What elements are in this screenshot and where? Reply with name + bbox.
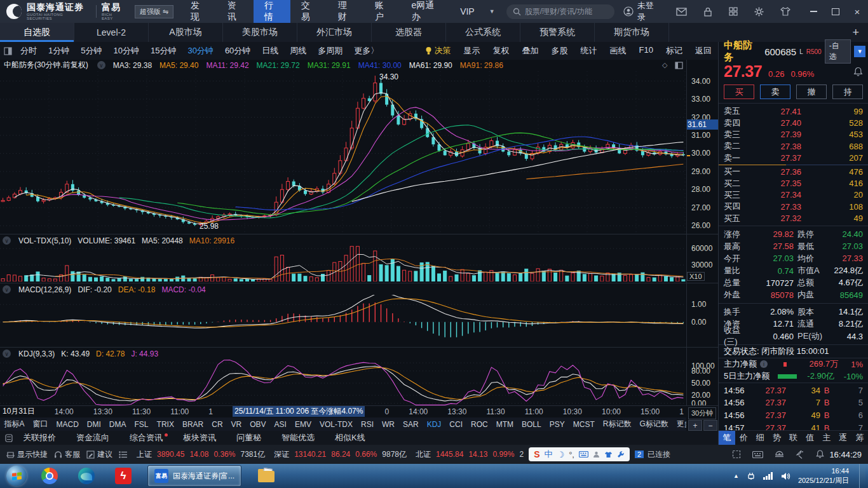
period-30分钟[interactable]: 30分钟 (182, 45, 219, 57)
period-5分钟[interactable]: 5分钟 (75, 45, 107, 57)
quick-display-button[interactable]: 显示快捷 (6, 449, 48, 460)
order-button-卖[interactable]: 卖 (760, 85, 790, 99)
indicator-RSI[interactable]: RSI (356, 420, 377, 429)
ask-row[interactable]: 卖五27.4199 (719, 105, 868, 117)
notify-bell-icon[interactable] (816, 450, 824, 459)
taskbar-stock-app[interactable]: ϟ (109, 465, 137, 487)
bottom-tab-资金流向[interactable]: 资金流向 (66, 432, 119, 444)
order-button-买[interactable]: 买 (724, 85, 754, 99)
indicator-更多〉[interactable]: 更多〉 (672, 419, 686, 430)
panel-tab-逐[interactable]: 逐 (835, 431, 851, 445)
camera-dome-icon[interactable] (775, 451, 784, 458)
action-F10[interactable]: F10 (633, 45, 660, 57)
indicator-MTM[interactable]: MTM (492, 420, 517, 429)
tray-plug-icon[interactable] (747, 471, 756, 480)
version-badge[interactable]: 超强版 ⇋ (135, 5, 173, 18)
bottom-tab-综合资讯[interactable]: 综合资讯 (119, 432, 173, 444)
indicator-KDJ[interactable]: KDJ (423, 420, 445, 429)
ask-row[interactable]: 卖一27.37207 (719, 152, 868, 164)
tray-volume-icon[interactable] (781, 472, 790, 480)
expand-icon[interactable] (732, 450, 741, 459)
mail-icon[interactable] (676, 8, 687, 16)
panel-tab-值[interactable]: 值 (802, 431, 818, 445)
market-tab-外汇市场[interactable]: 外汇市场 (297, 23, 372, 42)
keyboard-icon[interactable] (752, 451, 763, 458)
menu-item-发现[interactable]: 发现 (180, 0, 217, 23)
ask-row[interactable]: 卖四27.40528 (719, 117, 868, 128)
indicator-CR[interactable]: CR (208, 420, 227, 429)
indicator-TRIX[interactable]: TRIX (153, 420, 178, 429)
add-tab-button[interactable]: + (852, 26, 859, 39)
menu-item-账户[interactable]: 账户 (364, 0, 401, 23)
start-button[interactable] (6, 466, 27, 486)
panel-tab-主[interactable]: 主 (818, 431, 835, 445)
taskbar-chrome[interactable] (36, 465, 64, 487)
bid-row[interactable]: 买三27.3420 (719, 189, 868, 201)
period-周线[interactable]: 周线 (284, 45, 312, 57)
bid-row[interactable]: 买四27.33108 (719, 201, 868, 212)
market-tab-选股器[interactable]: 选股器 (372, 23, 446, 42)
period-分时[interactable]: 分时 (15, 45, 43, 57)
candlestick-chart[interactable]: 34.3025.98 (0, 71, 686, 234)
show-desktop-button[interactable] (859, 464, 865, 488)
indicator-SAR[interactable]: SAR (398, 420, 423, 429)
action-多股[interactable]: 多股 (545, 45, 574, 57)
indicator-窗口[interactable]: 窗口 (29, 419, 52, 430)
bottom-tab-智能优选[interactable]: 智能优选 (271, 432, 325, 444)
market-tab-预警系统[interactable]: 预警系统 (520, 23, 595, 42)
taskbar-folder[interactable] (258, 469, 276, 483)
menu-item-资讯[interactable]: 资讯 (217, 0, 254, 23)
search-input[interactable]: 股票/理财/资讯/功能 (506, 4, 614, 19)
list-icon[interactable] (119, 451, 128, 458)
order-button-持[interactable]: 持 (832, 85, 863, 99)
period-日线[interactable]: 日线 (256, 45, 284, 57)
market-tab-期货市场[interactable]: 期货市场 (595, 23, 669, 42)
market-tab-自选股[interactable]: 自选股 (0, 23, 74, 42)
indicator-VOL-TDX[interactable]: VOL-TDX (315, 420, 356, 429)
indicator-WR[interactable]: WR (377, 420, 398, 429)
skin-shirt-icon[interactable] (780, 7, 790, 16)
volume-chart[interactable] (0, 245, 686, 281)
period-15分钟[interactable]: 15分钟 (145, 45, 182, 57)
indicator-DMI[interactable]: DMI (83, 420, 105, 429)
menu-item-行情[interactable]: 行情 (254, 0, 290, 23)
indicator-VR[interactable]: VR (227, 420, 246, 429)
panel-tab-细[interactable]: 细 (752, 431, 768, 445)
period-多周期[interactable]: 多周期 (312, 45, 348, 57)
ime-toolbar[interactable]: S 中 ☽ °, (529, 447, 630, 461)
menu-item-交易[interactable]: 交易 (290, 0, 327, 23)
panel-tab-势[interactable]: 势 (768, 431, 785, 445)
menu-item-e网通办[interactable]: e网通办 (401, 0, 450, 23)
indicator-BRAR[interactable]: BRAR (178, 420, 207, 429)
bottom-tab-关联报价[interactable]: 关联报价 (13, 432, 66, 444)
chevron-down-icon[interactable]: ▼ (489, 8, 495, 15)
stock-dropdown-button[interactable]: ▼ (854, 46, 865, 57)
tick-row[interactable]: 14:5627.3734B7 (719, 384, 868, 397)
suggest-button[interactable]: 建议 (86, 449, 112, 460)
panel-tab-笔[interactable]: 笔 (719, 431, 735, 445)
info-icon[interactable]: i (760, 360, 768, 368)
zoom-in-button[interactable]: + (688, 420, 702, 431)
indicator-R标记数[interactable]: R标记数 (599, 419, 635, 430)
apps-grid-icon[interactable] (729, 7, 738, 16)
active-window-taskbutton[interactable]: 富易 国泰海通证券|富... (147, 465, 241, 487)
action-统计[interactable]: 统计 (574, 45, 604, 57)
ask-row[interactable]: 卖二27.38688 (719, 140, 868, 152)
menu-item-VIP[interactable]: VIP (449, 0, 485, 23)
menu-item-理财[interactable]: 理财 (327, 0, 364, 23)
panel-tab-筹[interactable]: 筹 (851, 431, 868, 445)
period-1分钟[interactable]: 1分钟 (43, 45, 75, 57)
period-60分钟[interactable]: 60分钟 (219, 45, 256, 57)
collapse-pane-icon[interactable]: ∨ (3, 236, 11, 245)
indicator-ASI[interactable]: ASI (270, 420, 290, 429)
order-button-撤[interactable]: 撤 (796, 85, 827, 99)
maximize-button[interactable] (825, 0, 846, 23)
remove-watchlist-button[interactable]: -自选 (825, 39, 851, 64)
bottom-tab-问董秘[interactable]: 问董秘 (226, 432, 271, 444)
tick-row[interactable]: 14:5627.377B5 (719, 396, 868, 409)
market-tab-公式系统[interactable]: 公式系统 (446, 23, 520, 42)
login-button[interactable]: 未登录 (623, 0, 660, 23)
service-button[interactable]: 客服 (54, 449, 80, 460)
bid-row[interactable]: 买二27.35416 (719, 177, 868, 189)
collapse-pane-icon[interactable]: ∨ (97, 61, 105, 69)
